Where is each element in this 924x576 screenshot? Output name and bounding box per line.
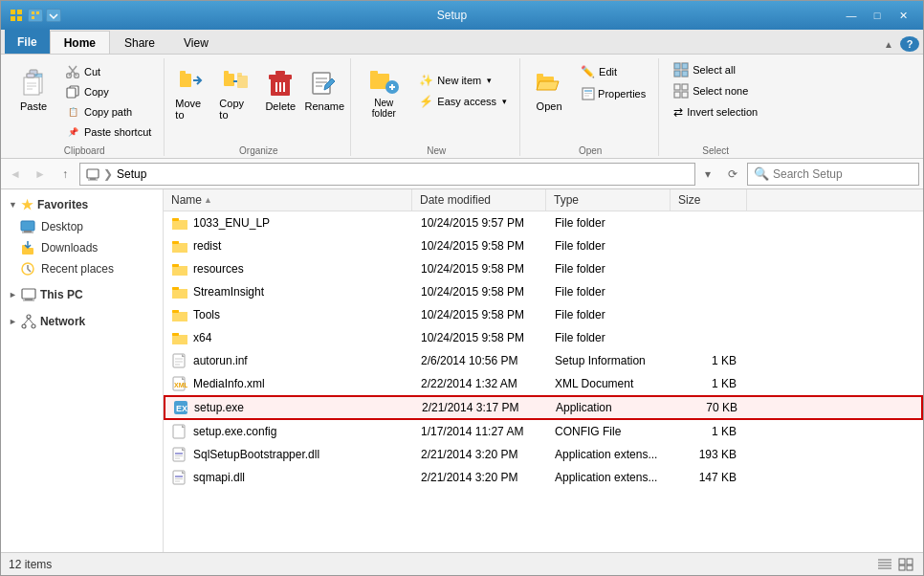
- delete-label: Delete: [265, 100, 296, 112]
- file-name: autorun.inf: [193, 354, 248, 367]
- organize-group-label: Organize: [239, 144, 278, 156]
- quick-access-icon-2[interactable]: [46, 9, 61, 22]
- table-row[interactable]: redist 10/24/2015 9:58 PM File folder: [164, 234, 923, 257]
- properties-icon: [581, 86, 596, 101]
- tab-share[interactable]: Share: [110, 31, 169, 54]
- table-row[interactable]: sqmapi.dll 2/21/2014 3:20 PM Application…: [164, 466, 923, 489]
- col-header-date[interactable]: Date modified: [412, 189, 546, 210]
- copy-button[interactable]: Copy: [58, 82, 158, 101]
- properties-button[interactable]: Properties: [574, 83, 652, 104]
- svg-rect-1: [17, 10, 22, 14]
- refresh-button[interactable]: ⟳: [722, 164, 743, 185]
- sidebar-item-desktop[interactable]: Desktop: [1, 216, 163, 237]
- network-header[interactable]: ► Network: [1, 310, 163, 333]
- svg-rect-130: [907, 565, 913, 570]
- ribbon-group-select: Select all Select none: [661, 58, 770, 156]
- easy-access-button[interactable]: ⚡ Easy access ▾: [412, 92, 514, 111]
- ribbon-tabs: File Home Share View ▲ ?: [1, 30, 923, 55]
- file-date: 1/17/2014 11:27 AM: [413, 423, 547, 440]
- ribbon-collapse-button[interactable]: ▲: [879, 36, 898, 52]
- new-item-label: New item: [437, 75, 481, 86]
- favorites-header[interactable]: ▼ ★ Favorites: [1, 193, 163, 216]
- file-date: 2/21/2014 3:17 PM: [414, 399, 548, 416]
- edit-button[interactable]: ✏️ Edit: [574, 62, 652, 81]
- rename-button[interactable]: Rename: [304, 60, 344, 118]
- select-all-icon: [673, 62, 689, 78]
- table-row[interactable]: EX setup.exe 2/21/2014 3:17 PM Applicati…: [164, 395, 923, 420]
- file-type-icon: [172, 238, 187, 254]
- table-row[interactable]: Tools 10/24/2015 9:58 PM File folder: [164, 303, 923, 326]
- favorites-star-icon: ★: [21, 197, 33, 212]
- downloads-label: Downloads: [41, 241, 98, 255]
- paste-button[interactable]: Paste: [11, 60, 56, 118]
- sidebar-item-downloads[interactable]: Downloads: [1, 237, 163, 258]
- file-date: 2/6/2014 10:56 PM: [413, 352, 547, 369]
- file-name: resources: [193, 262, 244, 276]
- svg-rect-83: [172, 243, 187, 253]
- open-button[interactable]: Open: [528, 60, 570, 118]
- file-date: 10/24/2015 9:57 PM: [413, 214, 547, 232]
- minimize-button[interactable]: —: [839, 6, 864, 25]
- table-row[interactable]: x64 10/24/2015 9:58 PM File folder: [164, 326, 923, 349]
- dropdown-button[interactable]: ▾: [697, 164, 718, 185]
- file-size: [671, 290, 748, 294]
- new-folder-button[interactable]: New folder: [359, 60, 408, 122]
- file-type-label: Setup Information: [547, 352, 671, 369]
- close-button[interactable]: ✕: [891, 6, 915, 25]
- details-view-button[interactable]: [875, 556, 894, 573]
- large-icons-view-button[interactable]: [896, 556, 915, 573]
- col-header-size[interactable]: Size: [671, 189, 747, 210]
- file-date: 2/21/2014 3:20 PM: [413, 446, 547, 463]
- move-to-icon: [177, 65, 208, 96]
- table-row[interactable]: SqlSetupBootstrapper.dll 2/21/2014 3:20 …: [164, 443, 923, 466]
- search-input[interactable]: [773, 167, 916, 181]
- maximize-button[interactable]: □: [865, 6, 890, 25]
- window-icon: [9, 8, 24, 23]
- file-name: SqlSetupBootstrapper.dll: [193, 448, 319, 461]
- rename-icon: [309, 68, 340, 99]
- table-row[interactable]: 1033_ENU_LP 10/24/2015 9:57 PM File fold…: [164, 211, 923, 234]
- ribbon-group-organize: Move to Copy to: [166, 58, 351, 156]
- tab-view[interactable]: View: [169, 31, 223, 54]
- open-label: Open: [537, 100, 562, 112]
- table-row[interactable]: autorun.inf 2/6/2014 10:56 PM Setup Info…: [164, 349, 923, 372]
- forward-button[interactable]: ►: [30, 164, 51, 185]
- svg-rect-59: [682, 92, 688, 98]
- this-pc-header[interactable]: ► This PC: [1, 283, 163, 306]
- title-bar: Setup — □ ✕: [1, 1, 923, 30]
- table-row[interactable]: StreamInsight 10/24/2015 9:58 PM File fo…: [164, 280, 923, 303]
- delete-button[interactable]: Delete: [260, 60, 300, 118]
- new-item-arrow: ▾: [487, 76, 492, 85]
- file-type-icon: [172, 447, 187, 462]
- select-none-button[interactable]: Select none: [667, 81, 755, 100]
- select-all-button[interactable]: Select all: [667, 60, 742, 79]
- copy-path-button[interactable]: 📋 Copy path: [58, 102, 158, 122]
- col-header-name[interactable]: Name ▲: [164, 189, 412, 210]
- svg-rect-26: [237, 73, 242, 77]
- cut-button[interactable]: Cut: [58, 62, 158, 81]
- ribbon-group-open: Open ✏️ Edit: [522, 58, 659, 156]
- move-to-button[interactable]: Move to: [172, 60, 212, 123]
- tab-home[interactable]: Home: [50, 31, 110, 54]
- col-header-type[interactable]: Type: [546, 189, 671, 210]
- file-type-icon: [172, 307, 187, 322]
- table-row[interactable]: XML MediaInfo.xml 2/22/2014 1:32 AM XML …: [164, 372, 923, 395]
- table-row[interactable]: setup.exe.config 1/17/2014 11:27 AM CONF…: [164, 420, 923, 443]
- file-type-icon: [172, 261, 187, 277]
- help-button[interactable]: ?: [900, 36, 919, 52]
- status-bar: 12 items: [1, 552, 923, 575]
- paste-shortcut-button[interactable]: 📌 Paste shortcut: [58, 122, 158, 142]
- table-row[interactable]: resources 10/24/2015 9:58 PM File folder: [164, 257, 923, 280]
- back-button[interactable]: ◄: [5, 164, 26, 185]
- new-item-button[interactable]: ✨ New item ▾: [412, 71, 514, 90]
- sidebar-item-recent[interactable]: Recent places: [1, 258, 163, 279]
- copy-to-button[interactable]: Copy to: [216, 60, 256, 123]
- svg-rect-0: [11, 10, 15, 14]
- tab-file[interactable]: File: [5, 29, 50, 54]
- recent-label: Recent places: [41, 262, 114, 276]
- quick-access-icon-1[interactable]: [28, 9, 43, 22]
- address-path[interactable]: ❯ Setup: [79, 163, 695, 186]
- up-button[interactable]: ↑: [55, 164, 76, 185]
- svg-rect-52: [674, 63, 680, 69]
- invert-selection-button[interactable]: ⇄ Invert selection: [667, 102, 764, 122]
